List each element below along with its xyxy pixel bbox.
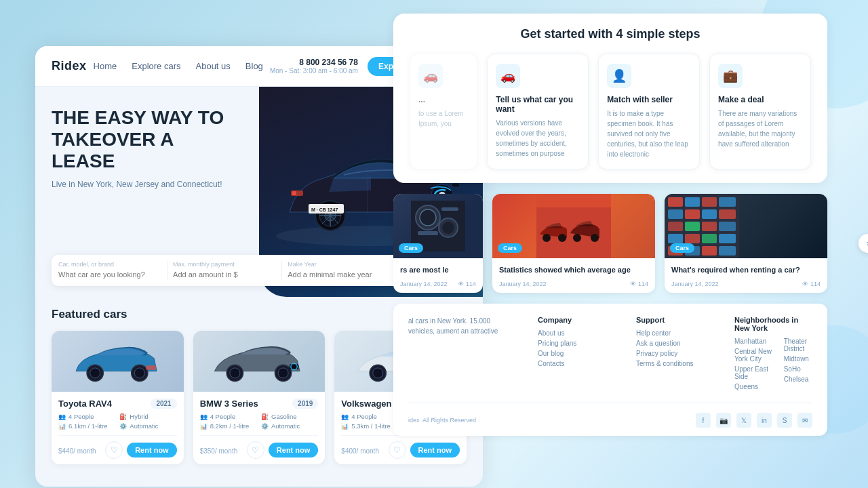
svg-rect-31 [146, 365, 157, 370]
svg-rect-58 [685, 197, 700, 207]
nav-about[interactable]: About us [196, 61, 231, 71]
footer-privacy[interactable]: Privacy policy [636, 350, 714, 357]
nav-explore[interactable]: Explore cars [132, 61, 180, 71]
svg-point-54 [591, 234, 599, 242]
step-icon-2: 👤 [607, 64, 631, 88]
car-year-rav4: 2021 [151, 399, 176, 409]
footer-contacts[interactable]: Contacts [538, 360, 616, 367]
svg-rect-63 [702, 209, 717, 219]
blog-meta-0: January 14, 2022 👁 114 [400, 281, 476, 287]
svg-rect-71 [702, 234, 717, 243]
blog-img-2: Cars [665, 194, 827, 258]
footer-soho[interactable]: SoHo [784, 365, 812, 373]
blog-nav-arrow[interactable]: › [859, 234, 868, 253]
footer-theater[interactable]: Theater District [784, 338, 812, 352]
car-search-label: Car, model, or brand [58, 261, 161, 268]
svg-rect-61 [668, 209, 683, 219]
blog-date-1: January 14, 2022 [499, 281, 547, 287]
car-name-bmw: BMW 3 Series [200, 399, 258, 409]
car-search-input[interactable] [58, 270, 161, 279]
social-skype[interactable]: S [777, 413, 792, 428]
step-desc-2: It is to make a type specimen book. It h… [607, 108, 691, 159]
step-title-3: Make a deal [718, 95, 802, 104]
svg-rect-64 [719, 209, 736, 219]
payment-label: Max. monthly payment [173, 261, 276, 268]
footer-upper-east[interactable]: Upper East Side [734, 365, 776, 380]
search-divider-2 [281, 261, 282, 280]
blog-views-0: 👁 114 [458, 281, 476, 287]
car-card-bmw: BMW 3 Series 2019 👥4 People ⛽Gasoline 📊8… [193, 331, 326, 464]
hero-title: THE EASY WAY TO TAKEOVER A LEASE [52, 107, 241, 173]
blog-date-2: January 14, 2022 [671, 281, 719, 287]
car-name-rav4: Toyota RAV4 [58, 399, 112, 409]
blog-section: Cars rs are most le January 14, 2022 👁 1… [393, 194, 827, 293]
step-title-0: ... [418, 95, 469, 104]
car-year-bmw: 2019 [292, 399, 318, 409]
social-twitter[interactable]: 𝕏 [736, 413, 751, 428]
footer-about[interactable]: About us [538, 329, 616, 337]
step-desc-3: There are many variations of passages of… [718, 108, 802, 149]
step-title-1: Tell us what car you want [496, 95, 580, 114]
social-instagram[interactable]: 📷 [716, 413, 731, 428]
nav-blog[interactable]: Blog [245, 61, 263, 71]
car-image-rav4 [52, 331, 184, 392]
phone-block: 8 800 234 56 78 Mon - Sat: 3:00 am - 6:0… [270, 58, 358, 75]
year-input[interactable] [288, 270, 391, 279]
car-specs-bmw: 👥4 People ⛽Gasoline 📊8.2km / 1-litre ⚙️A… [200, 413, 319, 430]
car-image-bmw [193, 331, 326, 392]
step-card-3: 💼 Make a deal There are many variations … [709, 54, 811, 169]
svg-rect-48 [418, 231, 438, 235]
footer-social: f 📷 𝕏 in S ✉ [696, 413, 812, 428]
footer-terms[interactable]: Terms & conditions [636, 360, 714, 367]
svg-rect-66 [685, 222, 700, 231]
social-facebook[interactable]: f [696, 413, 711, 428]
featured-title: Featured cars [52, 308, 127, 321]
search-divider-1 [167, 261, 167, 280]
svg-rect-65 [668, 222, 683, 231]
footer-help[interactable]: Help center [636, 329, 714, 337]
footer-ask[interactable]: Ask a question [636, 340, 714, 347]
blog-views-2: 👁 114 [802, 281, 821, 287]
blog-content-2: What's required when renting a car? Janu… [665, 258, 827, 293]
footer-manhattan[interactable]: Manhattan [734, 338, 776, 345]
footer-midtown[interactable]: Midtown [784, 355, 812, 363]
car-specs-rav4: 👥4 People ⛽Hybrid 📊6.1km / 1-litre ⚙️Aut… [58, 413, 177, 430]
payment-input[interactable] [173, 270, 276, 279]
nav-home[interactable]: Home [94, 61, 117, 71]
footer-our-blog[interactable]: Our blog [538, 350, 616, 357]
blog-img-0: Cars [393, 194, 483, 258]
phone-number: 8 800 234 56 78 [270, 58, 358, 67]
rent-rav4[interactable]: Rent now [127, 443, 177, 458]
steps-title: Get started with 4 simple steps [410, 27, 811, 41]
heart-bmw[interactable]: ♡ [247, 441, 264, 459]
step-icon-3: 💼 [718, 64, 743, 88]
svg-point-30 [135, 367, 145, 378]
step-card-2: 👤 Match with seller It is to make a type… [598, 54, 700, 169]
social-linkedin[interactable]: in [757, 413, 772, 428]
svg-rect-57 [668, 197, 683, 207]
blog-img-1: Cars [492, 194, 655, 258]
svg-rect-68 [719, 222, 736, 231]
svg-point-53 [573, 234, 581, 242]
car-info-bmw: BMW 3 Series 2019 👥4 People ⛽Gasoline 📊8… [193, 392, 326, 464]
step-icon-1: 🚗 [496, 64, 520, 88]
footer-col-neighborhoods: Neighborhoods in New York Manhattan Cent… [734, 316, 812, 393]
footer-top: al cars in New York. 15.000 vehicles, au… [408, 316, 812, 403]
blog-card-0: Cars rs are most le January 14, 2022 👁 1… [393, 194, 483, 293]
car-price-bmw: $350/ month [200, 445, 238, 455]
social-email[interactable]: ✉ [797, 413, 812, 428]
blog-views-1: 👁 114 [630, 281, 648, 287]
svg-rect-59 [702, 197, 717, 207]
footer-central-ny[interactable]: Central New York City [734, 348, 776, 363]
svg-point-52 [558, 234, 566, 242]
hero-subtitle: Live in New York, New Jersey and Connect… [52, 180, 241, 189]
footer-pricing[interactable]: Pricing plans [538, 340, 616, 347]
blog-tag-1: Cars [498, 243, 522, 253]
blog-tag-0: Cars [399, 243, 423, 253]
footer-chelsea[interactable]: Chelsea [784, 375, 812, 383]
footer-queens[interactable]: Queens [734, 383, 776, 390]
svg-point-45 [420, 209, 436, 226]
steps-section: Get started with 4 simple steps 🚗 ... to… [393, 14, 827, 183]
heart-rav4[interactable]: ♡ [105, 441, 123, 459]
rent-bmw[interactable]: Rent now [269, 443, 319, 458]
